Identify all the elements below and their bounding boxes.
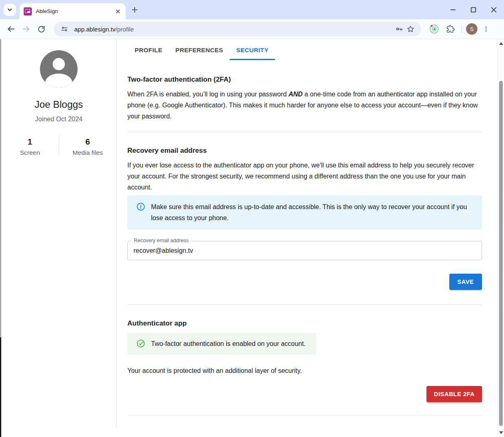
- page-content: Joe Bloggs Joined Oct 2024 1 Screen 6 Me…: [0, 39, 504, 437]
- active-tab-underline: [230, 59, 275, 60]
- url-path: /profile: [115, 26, 134, 33]
- main-panel: PROFILE PREFERENCES SECURITY Two-factor …: [117, 39, 497, 437]
- kebab-menu-icon: [482, 25, 490, 33]
- browser-tabstrip: AbleSign: [0, 0, 504, 19]
- back-button[interactable]: [4, 22, 18, 36]
- tune-icon: [61, 25, 68, 33]
- tab-preferences[interactable]: PREFERENCES: [169, 39, 230, 60]
- twofa-description-part1: When 2FA is enabled, you’ll log in using…: [127, 91, 289, 98]
- puzzle-icon: [446, 25, 455, 33]
- stat-media-files-label: Media files: [59, 149, 117, 156]
- extensions-button[interactable]: [444, 22, 457, 36]
- reload-icon: [37, 25, 46, 33]
- site-settings-icon[interactable]: [59, 23, 70, 35]
- twofa-heading: Two-factor authentication (2FA): [127, 75, 482, 85]
- tab-close-button[interactable]: [114, 8, 122, 15]
- scrollbar-up-arrow-icon[interactable]: [499, 42, 503, 45]
- plus-icon: [131, 7, 138, 13]
- tab-profile[interactable]: PROFILE: [128, 39, 169, 60]
- maximize-icon: [470, 7, 477, 13]
- window-close-button[interactable]: [484, 0, 504, 19]
- scrollbar-down-arrow-icon[interactable]: [499, 431, 503, 434]
- address-bar[interactable]: app.ablesign.tv/profile: [54, 22, 421, 36]
- ablesign-favicon-icon: [24, 7, 32, 16]
- section-divider: [127, 415, 482, 415]
- close-icon: [115, 9, 120, 14]
- new-tab-button[interactable]: [129, 4, 140, 16]
- star-icon: [406, 25, 415, 33]
- browser-toolbar: app.ablesign.tv/profile S: [0, 19, 504, 39]
- info-icon: [136, 202, 145, 211]
- twofa-description: When 2FA is enabled, you’ll log in using…: [127, 89, 482, 122]
- browser-profile-avatar[interactable]: S: [466, 23, 477, 35]
- profile-joined-date: Joined Oct 2024: [1, 116, 116, 123]
- stat-screens-value: 1: [1, 137, 59, 147]
- disable-2fa-button[interactable]: DISABLE 2FA: [426, 386, 482, 402]
- password-manager-button[interactable]: [393, 23, 405, 35]
- profile-stats: 1 Screen 6 Media files: [1, 135, 116, 156]
- window-maximize-button[interactable]: [463, 0, 484, 19]
- back-arrow-icon: [7, 25, 16, 33]
- security-content: Two-factor authentication (2FA) When 2FA…: [127, 75, 482, 415]
- close-icon: [491, 7, 497, 13]
- browser-window: AbleSign: [0, 0, 504, 437]
- url-text[interactable]: app.ablesign.tv/profile: [74, 26, 393, 33]
- profile-name: Joe Bloggs: [1, 99, 116, 110]
- url-host: app.ablesign.tv: [74, 26, 115, 33]
- chevron-down-icon: [7, 7, 13, 13]
- scrollbar-thumb[interactable]: [499, 81, 503, 426]
- twofa-enabled-alert-text: Two-factor authentication is enabled on …: [151, 338, 306, 349]
- recovery-heading: Recovery email address: [127, 146, 482, 156]
- recovery-email-input[interactable]: [128, 241, 482, 260]
- user-avatar-icon: [40, 50, 78, 88]
- save-button[interactable]: SAVE: [449, 274, 482, 290]
- browser-menu-button[interactable]: [480, 23, 492, 35]
- minimize-icon: [450, 7, 456, 13]
- protection-note: Your account is protected with an additi…: [127, 365, 482, 376]
- browser-tab-title: AbleSign: [36, 8, 114, 14]
- settings-tabs: PROFILE PREFERENCES SECURITY: [117, 39, 497, 60]
- tab-security-label: SECURITY: [236, 47, 269, 54]
- tab-security[interactable]: SECURITY: [230, 39, 275, 60]
- stat-screens-label: Screen: [1, 149, 59, 156]
- twofa-description-emphasis: AND: [289, 91, 303, 98]
- section-divider: [127, 132, 482, 132]
- stat-screens: 1 Screen: [1, 135, 59, 156]
- adblock-extension-icon[interactable]: [429, 24, 439, 34]
- reload-button[interactable]: [34, 22, 48, 36]
- stat-media-files: 6 Media files: [59, 135, 117, 156]
- recovery-info-alert: Make sure this email address is up-to-da…: [127, 195, 482, 230]
- twofa-enabled-alert: Two-factor authentication is enabled on …: [127, 333, 316, 355]
- window-minimize-button[interactable]: [443, 0, 463, 19]
- toolbar-separator: [462, 25, 462, 33]
- recovery-email-field: Recovery email address: [127, 241, 482, 260]
- recovery-info-alert-text: Make sure this email address is up-to-da…: [151, 201, 475, 223]
- authenticator-heading: Authenticator app: [127, 319, 482, 328]
- recovery-description: If you ever lose access to the authentic…: [127, 160, 482, 193]
- key-icon: [395, 25, 403, 33]
- forward-arrow-icon: [22, 25, 31, 33]
- profile-sidebar: Joe Bloggs Joined Oct 2024 1 Screen 6 Me…: [1, 39, 117, 428]
- bookmark-button[interactable]: [405, 23, 416, 35]
- check-circle-icon: [136, 339, 145, 348]
- forward-button[interactable]: [19, 22, 33, 36]
- tab-list-chevron-button[interactable]: [4, 4, 16, 16]
- window-controls: [443, 0, 504, 19]
- browser-tab-ablesign[interactable]: AbleSign: [20, 3, 126, 19]
- stat-media-files-value: 6: [59, 137, 117, 147]
- page-scrollbar[interactable]: [497, 39, 504, 437]
- recovery-email-field-label: Recovery email address: [132, 238, 191, 243]
- section-divider: [127, 304, 482, 305]
- toolbar-right-cluster: S: [426, 22, 495, 36]
